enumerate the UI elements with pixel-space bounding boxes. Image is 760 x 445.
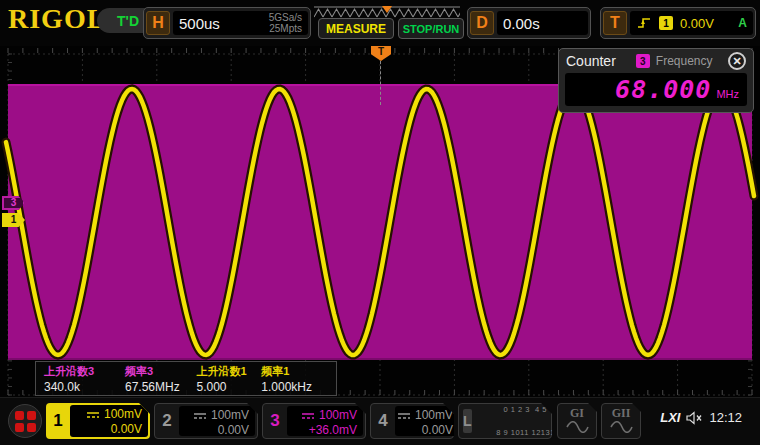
measurement-item: 上升沿数3 340.0k [44,364,125,395]
channel-scale: 100mV [211,408,249,423]
counter-frequency-unit: MHz [716,88,739,100]
measurement-value: 67.56MHz [125,380,196,394]
trigger-key-icon: T [603,11,627,35]
channel-number: 1 [46,403,70,439]
channel-offset: 0.00V [422,423,453,437]
delay-key-icon: D [470,11,494,35]
channel-scale: 100mV [104,407,142,422]
lxi-logo: LXI [660,410,680,425]
generator-2-button[interactable]: GII [601,403,641,439]
memory-depth: 25Mpts [269,23,302,34]
trigger-source-badge: 1 [659,16,673,30]
rigol-logo: RIGOL [8,3,106,35]
oscilloscope-screen: RIGOL T'D H 500us 5GSa/s 25Mpts MEASURE … [0,0,760,445]
measurement-overlay: 上升沿数3 340.0k 频率3 67.56MHz 上升沿数1 5.000 频率… [35,361,337,396]
channel-scale: 100mV [415,408,453,423]
trigger-position-line [380,61,381,105]
counter-titlebar: Counter 3 Frequency ✕ [559,49,753,73]
dc-coupling-icon [301,411,315,421]
measurement-label: 上升沿数3 [44,364,125,379]
trigger-panel[interactable]: T 1 0.00V A [600,7,756,39]
logic-key-label: L [463,409,472,433]
logic-channels-button[interactable]: L 0 1 2 3 4 5 6 7 8 9 1011 12131415 [458,403,552,439]
counter-mode-label: Frequency [656,54,722,68]
rising-edge-icon [636,16,652,30]
generator-2-label: GII [612,406,631,421]
horizontal-key-icon: H [146,11,170,35]
trigger-sweep-mode: A [738,16,747,30]
channel-scale: 100mV [319,408,357,423]
dc-coupling-icon [193,411,207,421]
measurement-item: 频率1 1.000kHz [261,364,328,395]
measurement-item: 上升沿数1 5.000 [196,364,261,395]
trigger-level-value: 0.00V [680,16,731,31]
sample-rate-readout: 5GSa/s 25Mpts [269,12,302,35]
channel-offset: 0.00V [218,423,249,437]
stop-run-button[interactable]: STOP/RUN [398,18,464,39]
channel-4-button[interactable]: 4 100mV 0.00V [370,403,454,439]
measurement-label: 上升沿数1 [196,364,261,379]
measurement-label: 频率1 [261,364,328,379]
sample-rate: 5GSa/s [269,12,302,23]
menu-button[interactable] [8,404,42,438]
channel-3-button[interactable]: 3 100mV +36.0mV [262,403,366,439]
channel-number: 4 [371,404,395,438]
delay-panel[interactable]: D 0.00s [467,7,591,39]
waveform-display-area: T 3 1 Counter 3 Frequency ✕ 68.000 MHz 上… [0,46,760,397]
clock: 12:12 [709,410,742,425]
counter-title: Counter [566,53,616,69]
generator-1-button[interactable]: GI [557,403,597,439]
sine-icon [609,421,633,433]
measurement-value: 5.000 [196,380,261,394]
delay-value: 0.00s [503,15,540,32]
horizontal-timebase-panel[interactable]: H 500us 5GSa/s 25Mpts [143,7,311,39]
counter-source-badge: 3 [636,54,650,68]
counter-frequency-value: 68.000 [615,75,711,104]
channel-number: 2 [155,404,179,438]
logic-row-1: 0 1 2 3 4 5 6 7 [504,405,562,414]
counter-display: 68.000 MHz [565,73,747,106]
speaker-muted-icon[interactable] [686,411,703,425]
dc-coupling-icon [86,410,100,420]
measurement-label: 频率3 [125,364,196,379]
channel-1-button[interactable]: 1 100mV 0.00V [46,403,150,439]
channel-offset: +36.0mV [309,423,357,437]
measurement-value: 340.0k [44,380,125,394]
channel-offset: 0.00V [111,422,142,436]
timebase-inset: 500us 5GSa/s 25Mpts [173,11,308,35]
generator-1-label: GI [570,406,584,421]
dc-coupling-icon [397,411,411,421]
channel-status-bar: 1 100mV 0.00V 2 100mV 0.00V 3 [0,397,760,445]
measure-button[interactable]: MEASURE [318,18,394,39]
counter-popup: Counter 3 Frequency ✕ 68.000 MHz [558,48,754,113]
channel-number: 3 [263,404,287,438]
channel-2-button[interactable]: 2 100mV 0.00V [154,403,258,439]
timebase-value: 500us [179,15,269,32]
top-status-bar: RIGOL T'D H 500us 5GSa/s 25Mpts MEASURE … [0,0,760,46]
measurement-item: 频率3 67.56MHz [125,364,196,395]
measurement-value: 1.000kHz [261,380,328,394]
sine-icon [565,421,589,433]
memory-position-strip[interactable] [314,5,460,19]
close-icon[interactable]: ✕ [728,52,746,70]
